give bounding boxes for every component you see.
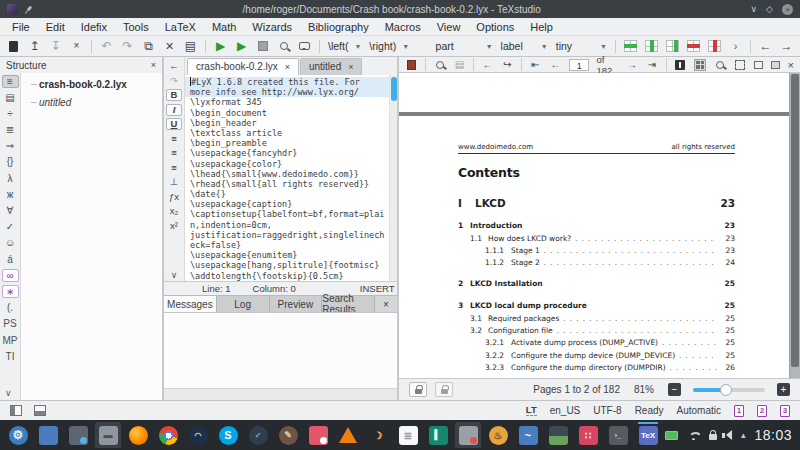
menu-math[interactable]: Math [212, 21, 236, 33]
underline-icon[interactable]: U [166, 118, 182, 130]
steam-icon[interactable]: ◠ [185, 422, 211, 448]
language-indicator[interactable]: en_US [550, 405, 581, 416]
pdf-next-page-icon[interactable]: → [626, 60, 639, 70]
code-line[interactable]: \rhead{\small{all rights reserved}} [185, 179, 397, 189]
texstudio-icon[interactable]: TeX [635, 422, 661, 448]
pdf-scrollbar[interactable] [789, 73, 800, 378]
system-monitor-icon[interactable]: ~ [515, 422, 541, 448]
code-line[interactable]: justification=raggedright,singlelinech [185, 230, 397, 240]
toc-entry[interactable]: 2LKCD Installation25 [458, 279, 735, 292]
messages-tab-search-results[interactable]: Search Results [322, 296, 375, 312]
code-line[interactable]: \date{} [185, 189, 397, 199]
align-right-icon[interactable]: ≡ [166, 162, 182, 174]
vlc-icon[interactable] [335, 422, 361, 448]
sectioning-dropdown[interactable]: part▼ [436, 40, 493, 52]
app-launcher-icon[interactable]: ⚙ [5, 422, 31, 448]
nav-forward-button[interactable]: → [780, 40, 793, 52]
menu-macros[interactable]: Macros [385, 21, 421, 33]
redo-button[interactable]: ↷ [121, 40, 134, 52]
code-line[interactable]: \begin_header [185, 118, 397, 128]
code-line[interactable]: \textclass article [185, 128, 397, 138]
menu-latex[interactable]: LaTeX [165, 21, 196, 33]
code-line[interactable]: n,indention=0cm, [185, 220, 397, 230]
line-ending-indicator[interactable]: Automatic [677, 405, 721, 416]
special-symbols-icon[interactable]: ∗ [2, 285, 19, 298]
metapost-icon[interactable]: MP [2, 334, 19, 347]
stop-button[interactable] [256, 41, 269, 51]
math-function-icon[interactable]: ƒx [166, 191, 182, 203]
pstricks-icon[interactable]: PS [2, 318, 19, 331]
toc-entry[interactable]: 3.2.2Configure the dump device (DUMP_DEV… [458, 351, 735, 363]
add-column-icon[interactable] [645, 40, 658, 52]
pdf-toc-toggle-icon[interactable] [405, 60, 418, 70]
accented-letters-icon[interactable]: á [2, 253, 19, 266]
code-line[interactable]: \usepackage[hang,splitrule]{footmisc} [185, 260, 397, 270]
pdf-zoom-out-button[interactable]: − [668, 383, 681, 396]
delimiters-icon[interactable]: (. [2, 302, 19, 315]
back-icon[interactable]: ← [166, 60, 182, 72]
menu-wizards[interactable]: Wizards [252, 21, 292, 33]
bookmarks-icon[interactable]: ▤ [2, 91, 19, 104]
greek-letters-icon[interactable]: λ [2, 172, 19, 185]
close-button[interactable]: × [782, 4, 793, 15]
tablet-icon[interactable] [455, 422, 481, 448]
tab-close-icon[interactable]: × [285, 62, 290, 72]
toc-entry[interactable]: ILKCD23 [458, 197, 735, 212]
skype-icon[interactable]: S [215, 422, 241, 448]
pdf-zoom-tool-icon[interactable] [714, 61, 727, 69]
toc-entry[interactable]: 1.1.1Stage 1. . . . . . . . . . . . . . … [458, 246, 735, 258]
code-line[interactable]: \begin_preamble [185, 138, 397, 148]
toc-entry[interactable]: 3.2Configuration file. . . . . . . . . .… [458, 326, 735, 338]
new-file-button[interactable] [7, 41, 20, 52]
tab-close-icon[interactable]: × [348, 62, 353, 72]
code-line[interactable]: \lyxformat 345 [185, 97, 397, 107]
copy-button[interactable]: ⧉ [142, 40, 155, 52]
dock-more-chevron-icon[interactable]: ∨ [5, 388, 12, 398]
code-line[interactable]: \captionsetup{labelfont=bf,format=plai [185, 209, 397, 219]
writer-doc-icon[interactable]: ≣ [395, 422, 421, 448]
nav-back-button[interactable]: ← [759, 40, 772, 52]
toc-entry[interactable]: 1Introduction23 [458, 221, 735, 234]
view-log-button[interactable] [277, 42, 290, 50]
pdf-detach-icon[interactable] [754, 61, 763, 69]
bookmark-3-icon[interactable]: 3 [780, 405, 790, 417]
editor-tab[interactable]: crash-book-0.2.lyx× [187, 58, 299, 75]
structure-icon[interactable]: ≡ [2, 75, 19, 88]
menu-tools[interactable]: Tools [123, 21, 149, 33]
pdf-prev-page-icon[interactable]: ← [549, 60, 562, 70]
arrow-symbols-icon[interactable]: ⇒ [2, 140, 19, 153]
pin-icon[interactable] [24, 5, 33, 14]
encoding-indicator[interactable]: UTF-8 [593, 405, 621, 416]
right-delimiter-dropdown[interactable]: \right)▼ [369, 40, 409, 52]
media-red-icon[interactable] [305, 422, 331, 448]
messages-scrollbar[interactable] [164, 388, 397, 400]
show-desktop-icon[interactable] [65, 422, 91, 448]
toolbar-overflow-chevron[interactable]: › [729, 41, 742, 52]
editor-scrollbar[interactable] [389, 75, 397, 281]
infinity-symbols-icon[interactable]: ∞ [2, 269, 19, 282]
bookmark-1-icon[interactable]: 1 [734, 405, 744, 417]
misc-math-icon[interactable]: ∀ [2, 205, 19, 218]
messages-panel-body[interactable] [164, 312, 397, 388]
music-red-icon[interactable]: ∷ [575, 422, 601, 448]
bold-icon[interactable]: B [166, 89, 182, 101]
notes-book-icon[interactable]: ▍ [425, 422, 451, 448]
pdf-page-view[interactable]: www.dedoimedo.com all rights reserved Co… [399, 73, 800, 378]
pdf-single-page-icon[interactable] [674, 60, 687, 70]
pdf-zoom-in-button[interactable]: + [777, 383, 790, 396]
clock[interactable]: 18:03 [755, 427, 793, 443]
pdf-close-icon[interactable]: × [788, 59, 794, 71]
structure-close-icon[interactable]: × [151, 60, 156, 70]
cut-button[interactable]: ✕ [163, 41, 176, 52]
pdf-fullscreen-icon[interactable] [734, 60, 747, 70]
code-line[interactable]: \usepackage{color} [185, 159, 397, 169]
menu-edit[interactable]: Edit [46, 21, 65, 33]
toggle-sidebar-icon[interactable] [10, 405, 22, 416]
file-manager-icon[interactable]: ▬ [95, 422, 121, 448]
languagetool-indicator[interactable]: LT [526, 405, 537, 416]
remove-row-icon[interactable] [687, 40, 700, 52]
toc-entry[interactable]: 1.1How does LKCD work?. . . . . . . . . … [458, 234, 735, 246]
menu-file[interactable]: File [12, 21, 30, 33]
photo-swirl-icon[interactable]: ✓ [245, 422, 271, 448]
volume-tray-icon[interactable] [726, 430, 732, 440]
